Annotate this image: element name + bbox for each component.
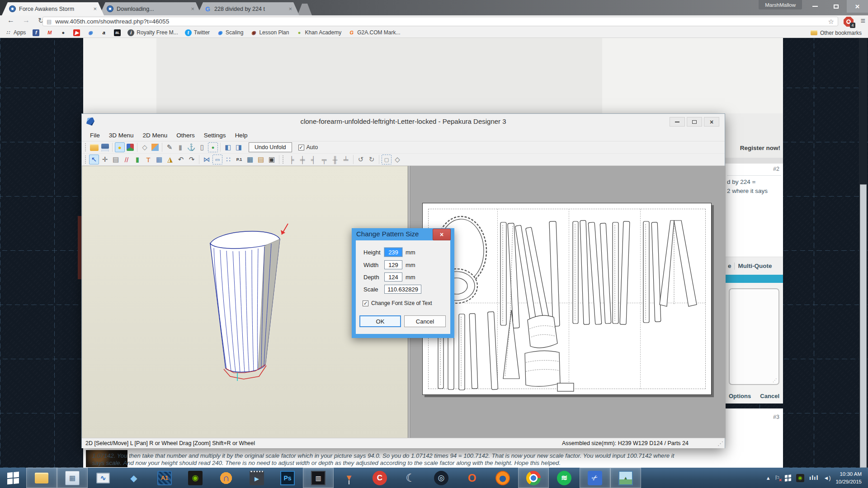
back-icon[interactable]: ← — [7, 16, 14, 24]
align-center-icon[interactable]: ╪ — [297, 155, 307, 164]
taskbar-pepakura[interactable] — [580, 468, 610, 488]
bookmark-amazon-icon[interactable]: a — [100, 29, 107, 36]
tab-downloading[interactable]: Downloading... × — [99, 2, 202, 15]
window-minimize-button[interactable] — [670, 117, 685, 127]
taskbar-firefox[interactable] — [487, 468, 518, 488]
reply-textarea[interactable]: ⋰ — [729, 288, 779, 385]
align-bottom-icon[interactable]: ╧ — [341, 155, 351, 164]
ok-button[interactable]: OK — [359, 315, 401, 327]
tab-close-icon[interactable]: × — [191, 5, 194, 12]
3d-forearm-model[interactable] — [198, 220, 292, 387]
scrollbar-thumb[interactable] — [860, 184, 867, 468]
taskbar-photoshop[interactable]: Ps — [272, 468, 303, 488]
panel-icon[interactable]: ▯ — [197, 142, 207, 152]
light-icon[interactable]: ● — [115, 142, 125, 152]
select-move-icon[interactable]: ↖ — [89, 155, 99, 164]
print-icon[interactable]: ▣ — [267, 155, 277, 164]
change-font-size-checkbox[interactable]: ✓ — [363, 300, 368, 306]
marquee-icon[interactable]: ▭ — [212, 155, 222, 164]
align-middle-icon[interactable]: ╫ — [330, 155, 340, 164]
box-color-icon[interactable] — [151, 144, 159, 151]
bookmark-royalty-free-music[interactable]: iRoyalty Free M... — [127, 29, 178, 36]
scale-field[interactable]: 110.632829 — [384, 285, 421, 294]
pen-icon[interactable]: ✎ — [165, 142, 175, 152]
tray-network-icon[interactable]: ılıl — [809, 475, 818, 481]
redo-icon[interactable]: ↷ — [187, 155, 197, 164]
view-2d-window-icon[interactable]: ◨ — [234, 142, 244, 152]
texture-cube-icon[interactable] — [127, 144, 134, 151]
select-points-icon[interactable]: ✛ — [100, 155, 110, 164]
taskbar-nvidia[interactable]: ◉ — [180, 468, 211, 488]
profile-chip[interactable]: MarshMallow — [759, 0, 802, 9]
cancel-button[interactable]: Cancel — [760, 393, 779, 399]
taskbar-ccleaner[interactable]: C — [364, 468, 395, 488]
window-maximize-button[interactable] — [687, 117, 702, 127]
quote-button-tail[interactable]: e — [728, 263, 731, 269]
taskbar-steam[interactable]: ◎ — [426, 468, 457, 488]
window-close-button[interactable]: × — [704, 117, 719, 127]
new-tab-button[interactable] — [297, 4, 312, 15]
pepakura-title-bar[interactable]: clone-forearm-unfolded-leftright-Letter-… — [82, 114, 725, 130]
save-texture-icon[interactable]: ▦ — [245, 155, 255, 164]
bookmark-facebook-icon[interactable]: f — [33, 29, 39, 36]
browser-close-button[interactable]: × — [847, 0, 868, 13]
options-button[interactable]: Options — [729, 393, 751, 399]
bookmark-bl-icon[interactable]: BL — [114, 29, 121, 36]
undo-icon[interactable]: ↶ — [176, 155, 186, 164]
taskbar-cocktail-app[interactable]: ▼ — [334, 468, 364, 488]
bookmark-youtube-icon[interactable]: ▶ — [73, 29, 80, 36]
align-left-icon[interactable]: ╞ — [287, 155, 297, 164]
save-icon[interactable] — [101, 144, 109, 151]
rotate-cw-icon[interactable]: ↻ — [367, 155, 377, 164]
undo-unfold-button[interactable]: Undo Unfold — [249, 142, 292, 152]
menu-settings[interactable]: Settings — [199, 132, 231, 139]
check-face-icon[interactable]: // — [122, 155, 132, 164]
tab-close-icon[interactable]: × — [93, 5, 97, 12]
tray-windows-icon[interactable] — [785, 474, 791, 481]
cancel-button[interactable]: Cancel — [404, 315, 446, 327]
tray-action-center-flag-icon[interactable]: ⚐ — [774, 474, 780, 481]
taskbar-video-editor[interactable]: ▥ — [303, 468, 334, 488]
forward-icon[interactable]: → — [23, 16, 30, 24]
align-top-icon[interactable]: ╤ — [319, 155, 329, 164]
bookmark-apps[interactable]: ∷Apps — [5, 29, 26, 36]
taskbar-clock[interactable]: 10:30 AM 10/29/2015 — [835, 470, 863, 485]
taskbar-photos[interactable]: ▲ — [610, 468, 641, 488]
box-gray-icon[interactable]: ◇ — [140, 142, 150, 152]
bookmark-twitter[interactable]: tTwitter — [185, 29, 210, 36]
clipboard-icon[interactable]: ▤ — [256, 155, 266, 164]
browser-menu-icon[interactable]: ≡ — [860, 16, 865, 26]
tray-volume-icon[interactable]: ◄) — [824, 475, 831, 481]
taskbar-explorer[interactable] — [26, 468, 57, 488]
pattern-pieces[interactable] — [423, 203, 711, 394]
arrange-parts-icon[interactable]: ∷ — [223, 155, 233, 164]
bookmark-scaling[interactable]: ◉Scaling — [217, 29, 243, 36]
menu-others[interactable]: Others — [172, 132, 199, 139]
start-button[interactable] — [0, 468, 26, 488]
bookmark-ghost-icon[interactable]: ● — [60, 29, 66, 36]
multi-quote-button[interactable]: Multi-Quote — [738, 263, 772, 269]
dialog-close-button[interactable]: × — [433, 229, 451, 240]
view-3d-window-icon[interactable]: ◧ — [223, 142, 233, 152]
menu-3d[interactable]: 3D Menu — [104, 132, 138, 139]
bookmark-blue-site-icon[interactable]: ◉ — [87, 29, 94, 36]
taskbar-a1-app[interactable]: A1 — [149, 468, 180, 488]
taskbar-audio-app[interactable]: ∩ — [211, 468, 241, 488]
width-field[interactable]: 129 — [384, 260, 402, 269]
sphere-select-icon[interactable]: ● — [208, 142, 218, 152]
browser-restore-button[interactable] — [826, 0, 847, 13]
register-now-link[interactable]: Register now! — [725, 145, 780, 151]
align-right-icon[interactable]: ╡ — [308, 155, 318, 164]
group-icon[interactable]: ▢ — [382, 155, 392, 164]
material-icon[interactable]: ▮ — [132, 155, 142, 164]
tab-close-icon[interactable]: × — [288, 5, 292, 12]
flip-icon[interactable]: ◮ — [165, 155, 175, 164]
tab-force-awakens[interactable]: Force Awakens Storm × — [2, 2, 104, 15]
bookmark-star-icon[interactable]: ☆ — [828, 18, 834, 26]
transform-icon[interactable]: ◇ — [392, 155, 402, 164]
mirror-icon[interactable]: ⋈ — [202, 155, 212, 164]
auto-checkbox[interactable]: ✓ — [298, 145, 304, 150]
post-number[interactable]: #3 — [773, 414, 779, 420]
taskbar-moon-app[interactable]: ☾ — [395, 468, 426, 488]
menu-file[interactable]: File — [85, 132, 104, 139]
